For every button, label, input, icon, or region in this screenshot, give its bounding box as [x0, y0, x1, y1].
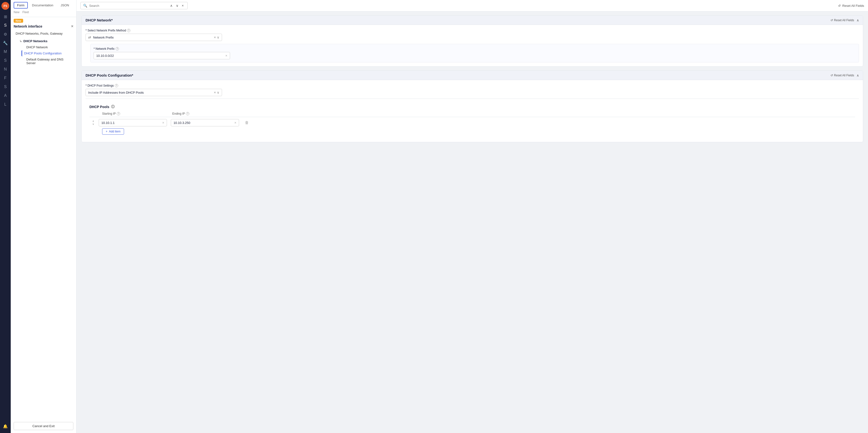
- search-close-button[interactable]: ×: [181, 3, 185, 8]
- tab-json[interactable]: JSON: [58, 2, 72, 8]
- network-prefix-input[interactable]: ×: [94, 52, 230, 59]
- search-nav: ∧ ∨ ×: [169, 3, 185, 8]
- breadcrumb-new: New: [13, 10, 20, 14]
- grid-icon[interactable]: ⊞: [1, 13, 9, 21]
- dhcp-network-header-right: ↺ Reset All Fields ∧: [831, 18, 859, 22]
- clear-ending-ip-button[interactable]: ×: [235, 121, 236, 125]
- dhcp-pool-settings-value: Include IP Addresses from DHCP Pools: [88, 91, 214, 94]
- nav-icon-f[interactable]: F: [1, 74, 9, 82]
- dhcp-network-card: DHCP Network* ↺ Reset All Fields ∧ * Sel…: [82, 16, 863, 66]
- network-prefix-method-select[interactable]: ⇄ Network Prefix × ∨: [86, 34, 222, 41]
- nav-icon-l[interactable]: L: [1, 100, 9, 108]
- dhcp-network-card-header: DHCP Network* ↺ Reset All Fields ∧: [82, 16, 863, 25]
- reset-icon-card2: ↺: [831, 74, 833, 77]
- left-panel-top: Form Documentation JSON New Fleet: [11, 0, 76, 17]
- close-panel-button[interactable]: ×: [71, 24, 73, 29]
- ending-ip-input[interactable]: ×: [171, 119, 239, 126]
- add-item-icon: +: [106, 130, 107, 133]
- dhcp-pools-reset-button[interactable]: ↺ Reset All Fields: [831, 74, 854, 77]
- ending-ip-field[interactable]: [174, 121, 235, 125]
- nav-icon-wrench[interactable]: 🔧: [1, 39, 9, 47]
- starting-ip-help-icon[interactable]: ?: [117, 112, 120, 115]
- nav-item-dhcp-networks-header[interactable]: ↳ DHCP Networks: [18, 38, 73, 44]
- reset-icon-card1: ↺: [831, 19, 833, 22]
- expand-method-button[interactable]: ∨: [217, 35, 219, 39]
- nav-item-dhcp-pools-config[interactable]: DHCP Pools Configuration: [22, 50, 73, 56]
- tab-form[interactable]: Form: [13, 2, 28, 8]
- clear-starting-ip-button[interactable]: ×: [162, 121, 164, 125]
- network-prefix-sub-section: * Network Prefix ? ×: [90, 44, 859, 62]
- nav-sub-items: DHCP Network DHCP Pools Configuration De…: [18, 44, 73, 66]
- expand-pool-settings-button[interactable]: ∨: [217, 90, 219, 94]
- dhcp-pools-card-header: DHCP Pools Configuration* ↺ Reset All Fi…: [82, 71, 863, 80]
- starting-ip-field[interactable]: [101, 121, 162, 125]
- nav-indent-dhcp: ↳ DHCP Networks DHCP Network DHCP Pools …: [13, 38, 73, 66]
- network-prefix-text-field[interactable]: [96, 54, 225, 58]
- nav-item-dhcp-networks-pools[interactable]: DHCP Networks, Pools, Gateway: [13, 30, 73, 37]
- dhcp-pool-settings-controls: × ∨: [214, 90, 219, 94]
- dhcp-pools-config-title: DHCP Pools Configuration*: [86, 73, 133, 77]
- nav-icon-settings[interactable]: ⚙: [1, 30, 9, 38]
- nav-icon-a[interactable]: A: [1, 92, 9, 99]
- select-method-help-icon[interactable]: ?: [127, 29, 130, 32]
- pools-section: DHCP Pools ⓘ Starting IP ? Ending IP ?: [86, 101, 859, 138]
- clear-network-prefix-button[interactable]: ×: [225, 54, 227, 58]
- add-item-button[interactable]: + Add item: [102, 128, 124, 135]
- starting-ip-col-header: Starting IP ?: [102, 112, 170, 115]
- dhcp-network-collapse-button[interactable]: ∧: [857, 18, 859, 22]
- delete-row-button[interactable]: 🗑: [245, 120, 249, 125]
- ending-ip-help-icon[interactable]: ?: [186, 112, 189, 115]
- nav-icon-bell[interactable]: 🔔: [1, 422, 9, 430]
- dhcp-pools-config-card: DHCP Pools Configuration* ↺ Reset All Fi…: [82, 70, 863, 142]
- tab-row: Form Documentation JSON: [13, 2, 73, 8]
- breadcrumb-fleet: Fleet: [23, 10, 29, 14]
- network-prefix-method-controls: × ∨: [214, 35, 219, 39]
- nav-icon-s[interactable]: S: [1, 22, 9, 29]
- pools-table-header: Starting IP ? Ending IP ?: [89, 112, 855, 117]
- pools-help-icon[interactable]: ⓘ: [111, 105, 115, 109]
- dhcp-pool-settings-help-icon[interactable]: ?: [115, 84, 118, 87]
- search-up-button[interactable]: ∧: [169, 3, 174, 8]
- pools-section-header: DHCP Pools ⓘ: [89, 105, 855, 109]
- network-prefix-help-icon[interactable]: ?: [116, 47, 119, 51]
- panel-title: Network interface ×: [13, 24, 73, 29]
- nav-item-default-gateway[interactable]: Default Gateway and DNS Server: [22, 56, 73, 66]
- dhcp-pool-settings-select[interactable]: Include IP Addresses from DHCP Pools × ∨: [86, 89, 222, 96]
- nav-icon-m[interactable]: M: [1, 48, 9, 56]
- nav-icon-s3[interactable]: S: [1, 83, 9, 91]
- reset-all-fields-top[interactable]: ↺ Reset All Fields: [838, 4, 864, 7]
- search-down-button[interactable]: ∨: [175, 3, 180, 8]
- new-badge: New: [13, 19, 23, 23]
- dhcp-pools-header-right: ↺ Reset All Fields ∧: [831, 74, 859, 77]
- row-up-arrow[interactable]: ∧: [92, 120, 94, 123]
- clear-pool-settings-button[interactable]: ×: [214, 90, 216, 94]
- dhcp-network-title: DHCP Network*: [86, 18, 113, 22]
- left-panel: Form Documentation JSON New Fleet New Ne…: [11, 0, 76, 433]
- dhcp-pools-collapse-button[interactable]: ∧: [857, 74, 859, 77]
- divider: [86, 98, 859, 99]
- app-logo: F5: [1, 2, 9, 10]
- main-content: 🔍 ∧ ∨ × ↺ Reset All Fields DHCP Network*…: [76, 0, 868, 433]
- starting-ip-input[interactable]: ×: [99, 119, 167, 126]
- tab-documentation[interactable]: Documentation: [29, 2, 56, 8]
- dhcp-network-card-body: * Select Network Prefix Method ? ⇄ Netwo…: [82, 25, 863, 66]
- cancel-exit-button[interactable]: Cancel and Exit: [13, 422, 73, 430]
- nav-icon-n[interactable]: N: [1, 65, 9, 73]
- row-down-arrow[interactable]: ∨: [92, 123, 94, 126]
- clear-method-button[interactable]: ×: [214, 35, 216, 39]
- network-prefix-method-value: ⇄ Network Prefix: [88, 35, 214, 39]
- nav-section: New Network interface × DHCP Networks, P…: [11, 17, 76, 67]
- nav-icon-s2[interactable]: S: [1, 57, 9, 64]
- scroll-area: DHCP Network* ↺ Reset All Fields ∧ * Sel…: [76, 11, 868, 433]
- search-bar[interactable]: 🔍 ∧ ∨ ×: [81, 2, 188, 9]
- search-input[interactable]: [89, 4, 167, 7]
- row-arrows: ∧ ∨: [89, 120, 97, 126]
- select-network-prefix-label: * Select Network Prefix Method ?: [86, 29, 859, 32]
- nav-item-dhcp-network[interactable]: DHCP Network: [22, 44, 73, 50]
- search-icon: 🔍: [83, 4, 87, 7]
- ending-ip-col-header: Ending IP ?: [172, 112, 241, 115]
- dhcp-pools-card-body: * DHCP Pool Settings ? Include IP Addres…: [82, 80, 863, 142]
- dhcp-network-reset-button[interactable]: ↺ Reset All Fields: [831, 19, 854, 22]
- network-prefix-icon: ⇄: [88, 35, 91, 39]
- reset-icon: ↺: [838, 4, 841, 7]
